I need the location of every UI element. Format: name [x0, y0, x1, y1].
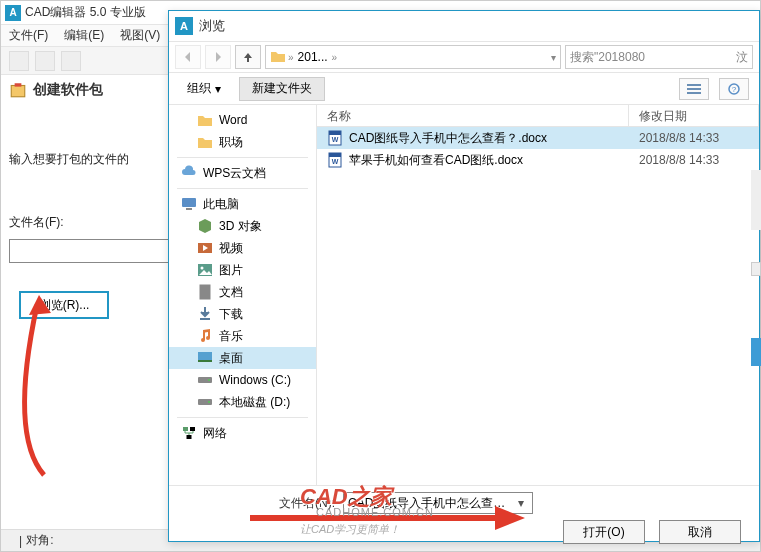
svg-rect-17	[198, 360, 212, 362]
breadcrumb-item[interactable]: 201...	[296, 50, 330, 64]
view-mode-button[interactable]	[679, 78, 709, 100]
word-file-icon: W	[327, 130, 343, 146]
wizard-title: 创建软件包	[9, 81, 169, 99]
doc-icon	[197, 284, 213, 300]
tree-item[interactable]: 3D 对象	[169, 215, 316, 237]
status-left: 对角:	[26, 532, 53, 549]
tree-item-label: 本地磁盘 (D:)	[219, 394, 290, 411]
side-decoration	[751, 338, 761, 366]
svg-rect-23	[190, 427, 195, 431]
tree-item[interactable]: 下载	[169, 303, 316, 325]
toolbar-button[interactable]	[35, 51, 55, 71]
tree-item[interactable]: Word	[169, 109, 316, 131]
cancel-button[interactable]: 取消	[659, 520, 741, 544]
tree-item-label: Word	[219, 113, 247, 127]
menu-file[interactable]: 文件(F)	[9, 27, 48, 44]
nav-forward-button[interactable]	[205, 45, 231, 69]
tree-item-label: 职场	[219, 134, 243, 151]
tree-item[interactable]: 图片	[169, 259, 316, 281]
list-rows: WCAD图纸导入手机中怎么查看？.docx2018/8/8 14:33W苹果手机…	[317, 127, 759, 485]
tree-item-label: 3D 对象	[219, 218, 262, 235]
pic-icon	[197, 262, 213, 278]
video-icon	[197, 240, 213, 256]
organize-button[interactable]: 组织 ▾	[179, 77, 229, 101]
music-icon	[197, 328, 213, 344]
svg-rect-29	[329, 153, 341, 157]
drive-icon	[197, 372, 213, 388]
tree-item[interactable]: 职场	[169, 131, 316, 153]
tree-item[interactable]: WPS云文档	[169, 162, 316, 184]
folder-tree[interactable]: Word职场WPS云文档此电脑3D 对象视频图片文档下载音乐桌面Windows …	[169, 105, 317, 485]
svg-rect-22	[183, 427, 188, 431]
menu-edit[interactable]: 编辑(E)	[64, 27, 104, 44]
file-date: 2018/8/8 14:33	[629, 131, 759, 145]
package-icon	[9, 81, 27, 99]
wizard-prompt: 输入想要打包的文件的	[9, 151, 169, 168]
column-date[interactable]: 修改日期	[629, 105, 759, 126]
tree-item-label: 音乐	[219, 328, 243, 345]
tree-item-label: 文档	[219, 284, 243, 301]
tree-item[interactable]: 文档	[169, 281, 316, 303]
breadcrumb-sep: »	[332, 52, 338, 63]
browse-button[interactable]: 浏览(R)...	[19, 291, 109, 319]
folder-icon	[197, 134, 213, 150]
file-list: 名称 修改日期 WCAD图纸导入手机中怎么查看？.docx2018/8/8 14…	[317, 105, 759, 485]
filename-combo[interactable]: CAD图纸导入手机中怎么查看？.c ▾	[343, 492, 533, 514]
toolbar-button[interactable]	[9, 51, 29, 71]
folder-icon	[197, 112, 213, 128]
svg-rect-8	[186, 208, 192, 210]
word-file-icon: W	[327, 152, 343, 168]
svg-rect-15	[200, 318, 210, 320]
dialog-logo-icon: A	[175, 17, 193, 35]
nav-back-button[interactable]	[175, 45, 201, 69]
tree-item[interactable]: 桌面	[169, 347, 316, 369]
desktop-icon	[197, 350, 213, 366]
tree-item[interactable]: Windows (C:)	[169, 369, 316, 391]
arrow-left-icon	[182, 51, 194, 63]
tree-item-label: 此电脑	[203, 196, 239, 213]
tree-item[interactable]: 此电脑	[169, 193, 316, 215]
column-name[interactable]: 名称	[317, 105, 629, 126]
filename-input[interactable]	[9, 239, 169, 263]
search-input[interactable]: 搜索"2018080 汶	[565, 45, 753, 69]
nav-up-button[interactable]	[235, 45, 261, 69]
folder-icon	[270, 49, 286, 65]
svg-rect-24	[187, 435, 192, 439]
help-icon: ?	[728, 83, 740, 95]
menu-view[interactable]: 视图(V)	[120, 27, 160, 44]
breadcrumb-path[interactable]: » 201... » ▾	[265, 45, 561, 69]
tree-item-label: 桌面	[219, 350, 243, 367]
tree-item-label: 下载	[219, 306, 243, 323]
dialog-footer: 文件名(N): CAD图纸导入手机中怎么查看？.c ▾ 打开(O) 取消	[169, 485, 759, 543]
arrow-right-icon	[212, 51, 224, 63]
new-folder-button[interactable]: 新建文件夹	[239, 77, 325, 101]
arrow-up-icon	[242, 51, 254, 63]
svg-text:?: ?	[732, 85, 737, 94]
dialog-navbar: » 201... » ▾ 搜索"2018080 汶	[169, 41, 759, 73]
open-button[interactable]: 打开(O)	[563, 520, 645, 544]
chevron-down-icon: ▾	[215, 82, 221, 96]
svg-rect-26	[329, 131, 341, 135]
app-title: CAD编辑器 5.0 专业版	[25, 4, 146, 21]
chevron-down-icon[interactable]: ▾	[551, 52, 556, 63]
file-row[interactable]: WCAD图纸导入手机中怎么查看？.docx2018/8/8 14:33	[317, 127, 759, 149]
tree-item[interactable]: 本地磁盘 (D:)	[169, 391, 316, 413]
help-button[interactable]: ?	[719, 78, 749, 100]
toolbar-button[interactable]	[61, 51, 81, 71]
file-row[interactable]: W苹果手机如何查看CAD图纸.docx2018/8/8 14:33	[317, 149, 759, 171]
dialog-toolbar: 组织 ▾ 新建文件夹 ?	[169, 73, 759, 105]
tree-item[interactable]: 网络	[169, 422, 316, 444]
chevron-down-icon[interactable]: ▾	[514, 496, 528, 510]
filename-label: 文件名(N):	[279, 495, 335, 512]
tree-item-label: 图片	[219, 262, 243, 279]
cloud-icon	[181, 165, 197, 181]
file-name: CAD图纸导入手机中怎么查看？.docx	[349, 130, 629, 147]
dialog-body: Word职场WPS云文档此电脑3D 对象视频图片文档下载音乐桌面Windows …	[169, 105, 759, 485]
monitor-icon	[181, 196, 197, 212]
tree-item[interactable]: 音乐	[169, 325, 316, 347]
tree-item[interactable]: 视频	[169, 237, 316, 259]
app-logo-icon: A	[5, 5, 21, 21]
file-date: 2018/8/8 14:33	[629, 153, 759, 167]
dialog-titlebar: A 浏览	[169, 11, 759, 41]
tree-item-label: Windows (C:)	[219, 373, 291, 387]
